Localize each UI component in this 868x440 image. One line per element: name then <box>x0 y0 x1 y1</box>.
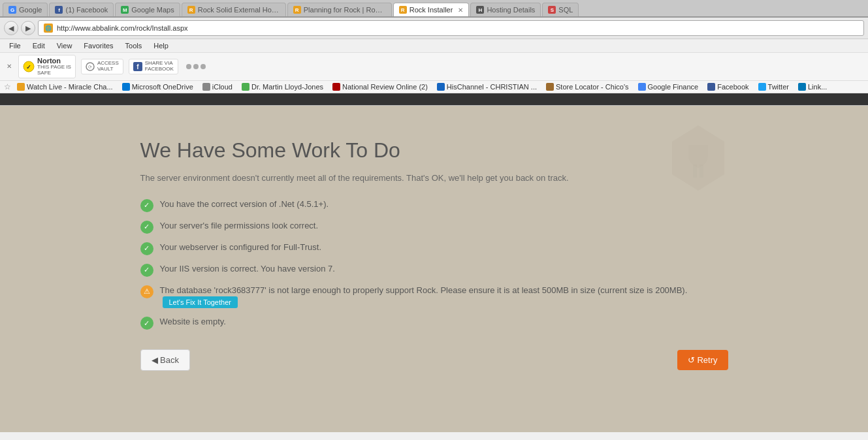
menu-tools[interactable]: Tools <box>120 40 148 51</box>
page-content: We Have Some Work To Do The server envir… <box>0 106 868 432</box>
tab-facebook[interactable]: f (1) Facebook <box>49 3 114 16</box>
menu-help[interactable]: Help <box>148 40 174 51</box>
check-success-icon-dotnet: ✓ <box>140 199 153 212</box>
bookmark-martin-label: Dr. Martin Lloyd-Jones <box>251 83 323 91</box>
tab-google-label: Google <box>19 6 42 14</box>
check-success-icon-permissions: ✓ <box>140 221 153 234</box>
bookmark-chicos-favicon <box>546 83 554 91</box>
forward-nav-button[interactable]: ▶ <box>21 21 35 35</box>
main-content: We Have Some Work To Do The server envir… <box>140 138 728 371</box>
check-item-dotnet: ✓ You have the correct version of .Net (… <box>140 198 728 212</box>
security-bar: ✕ ✓ Norton THIS PAGE IS SAFE ⟳ ACCESS VA… <box>0 53 868 81</box>
address-favicon: 🌐 <box>44 24 53 33</box>
back-nav-button[interactable]: ◀ <box>4 21 18 35</box>
tab-maps-label: Google Maps <box>131 6 174 14</box>
vault-sub: VAULT <box>97 67 119 72</box>
bookmark-martin-favicon <box>242 83 249 91</box>
bookmark-fb-label: Facebook <box>717 83 748 91</box>
tab-google[interactable]: G Google <box>3 3 48 16</box>
tab-sql-label: SQL <box>558 6 573 14</box>
check-warning-icon-db: ⚠ <box>140 285 153 298</box>
bookmark-twitter-favicon <box>758 83 766 91</box>
svg-text:✓: ✓ <box>26 64 31 71</box>
security-dots <box>184 64 208 69</box>
check-text-website: Website is empty. <box>160 316 226 328</box>
check-item-fulltrust: ✓ Your webserver is configured for Full-… <box>140 242 728 255</box>
tab-planning-label: Planning for Rock | Rock RMS <box>304 6 386 14</box>
check-text-database: The database 'rock3683777' is not large … <box>160 285 728 308</box>
check-list: ✓ You have the correct version of .Net (… <box>140 198 728 330</box>
bottom-bar: ◀ Back ↺ Retry <box>140 349 728 371</box>
check-item-permissions: ✓ Your server's file permissions look co… <box>140 220 728 234</box>
check-success-icon-website: ✓ <box>140 317 153 330</box>
bookmark-google-finance[interactable]: Google Finance <box>635 82 702 91</box>
bookmarks-star-icon: ☆ <box>4 82 11 91</box>
check-text-fulltrust: Your webserver is configured for Full-Tr… <box>160 242 322 253</box>
bookmark-gf-label: Google Finance <box>648 83 699 91</box>
bookmark-chicos[interactable]: Store Locator - Chico's <box>543 82 632 91</box>
facebook-share-widget[interactable]: f SHARE VIA FACEBOOK <box>129 59 178 74</box>
bookmarks-bar: ☆ Watch Live - Miracle Cha... Microsoft … <box>0 81 868 93</box>
tab-rock-installer-label: Rock Installer <box>410 6 453 14</box>
bookmark-onedrive[interactable]: Microsoft OneDrive <box>119 82 197 91</box>
page-title: We Have Some Work To Do <box>140 138 728 163</box>
browser-frame: G Google f (1) Facebook M Google Maps R … <box>0 0 868 106</box>
retry-button[interactable]: ↺ Retry <box>677 350 728 370</box>
check-success-icon-iis: ✓ <box>140 264 153 277</box>
tab-sql[interactable]: S SQL <box>542 3 579 16</box>
dark-strip <box>0 93 868 105</box>
tab-facebook-label: (1) Facebook <box>65 6 108 14</box>
dot-1 <box>186 64 191 69</box>
fix-it-button[interactable]: Let's Fix It Together <box>163 296 238 308</box>
bookmark-martin[interactable]: Dr. Martin Lloyd-Jones <box>238 82 327 91</box>
bookmark-chicos-label: Store Locator - Chico's <box>556 83 629 91</box>
dot-3 <box>201 64 206 69</box>
vault-icon: ⟳ <box>86 62 95 71</box>
bookmark-linkedin[interactable]: Link... <box>795 82 830 91</box>
menu-bar: File Edit View Favorites Tools Help <box>0 39 868 53</box>
bookmark-twitter-label: Twitter <box>768 83 789 91</box>
security-close-icon[interactable]: ✕ <box>5 61 13 71</box>
tab-rock-hosting-label: Rock Solid External Hosting ... <box>198 6 280 14</box>
vault-widget[interactable]: ⟳ ACCESS VAULT <box>81 59 123 74</box>
check-text-permissions: Your server's file permissions look corr… <box>160 220 319 232</box>
check-text-iis: Your IIS version is correct. You have ve… <box>160 263 335 275</box>
bookmark-onedrive-label: Microsoft OneDrive <box>132 83 193 91</box>
check-success-icon-fulltrust: ✓ <box>140 242 153 255</box>
bookmark-icloud-favicon <box>202 83 210 91</box>
nav-bar: ◀ ▶ 🌐 http://www.abbalink.com/rock/Insta… <box>0 18 868 39</box>
bookmark-facebook[interactable]: Facebook <box>704 82 752 91</box>
tab-maps[interactable]: M Google Maps <box>115 3 180 16</box>
tab-planning[interactable]: R Planning for Rock | Rock RMS <box>287 3 392 16</box>
bookmark-hischannel[interactable]: HisChannel - CHRISTIAN ... <box>434 82 540 91</box>
menu-edit[interactable]: Edit <box>27 40 50 51</box>
check-item-iis: ✓ Your IIS version is correct. You have … <box>140 263 728 277</box>
tab-close-icon[interactable]: ✕ <box>458 7 463 14</box>
svg-text:⟳: ⟳ <box>88 65 92 69</box>
norton-widget[interactable]: ✓ Norton THIS PAGE IS SAFE <box>18 55 76 78</box>
check-item-database: ⚠ The database 'rock3683777' is not larg… <box>140 285 728 308</box>
bookmark-twitter[interactable]: Twitter <box>755 82 792 91</box>
norton-safe: SAFE <box>37 71 71 76</box>
bookmark-watch-live[interactable]: Watch Live - Miracle Cha... <box>14 82 116 91</box>
check-text-dotnet: You have the correct version of .Net (4.… <box>160 198 329 210</box>
menu-file[interactable]: File <box>4 40 26 51</box>
background-logo <box>659 119 737 199</box>
back-button[interactable]: ◀ Back <box>140 349 191 371</box>
bookmark-li-favicon <box>798 83 806 91</box>
tab-rock-installer[interactable]: R Rock Installer ✕ <box>393 3 470 16</box>
bookmark-national-review[interactable]: National Review Online (2) <box>329 82 431 91</box>
tab-rock-hosting[interactable]: R Rock Solid External Hosting ... <box>182 3 286 16</box>
share-sub: FACEBOOK <box>145 67 174 72</box>
norton-logo-icon: ✓ <box>23 61 35 72</box>
bookmark-icloud[interactable]: iCloud <box>199 82 236 91</box>
tab-hosting[interactable]: H Hosting Details <box>470 3 541 16</box>
bookmark-icloud-label: iCloud <box>212 83 233 91</box>
bookmark-review-label: National Review Online (2) <box>342 83 428 91</box>
bookmark-his-favicon <box>437 83 445 91</box>
address-bar[interactable]: 🌐 http://www.abbalink.com/rock/Install.a… <box>38 20 864 36</box>
bookmark-review-favicon <box>332 83 340 91</box>
menu-view[interactable]: View <box>52 40 78 51</box>
bookmark-li-label: Link... <box>808 83 827 91</box>
menu-favorites[interactable]: Favorites <box>78 40 118 51</box>
